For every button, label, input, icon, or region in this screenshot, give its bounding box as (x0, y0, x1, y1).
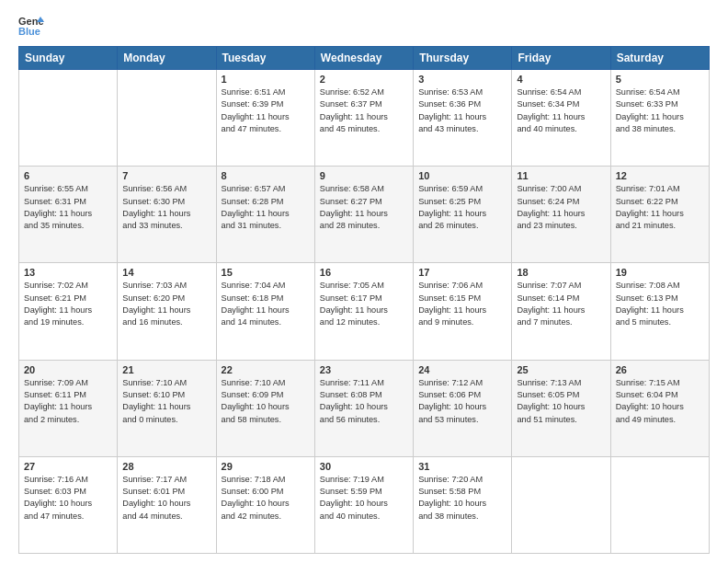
day-number: 25 (517, 364, 605, 375)
day-info: Sunrise: 7:02 AM Sunset: 6:21 PM Dayligh… (24, 280, 112, 328)
day-info: Sunrise: 7:09 AM Sunset: 6:11 PM Dayligh… (24, 377, 112, 426)
calendar-cell: 22Sunrise: 7:10 AM Sunset: 6:09 PM Dayli… (216, 360, 314, 456)
calendar-cell: 5Sunrise: 6:54 AM Sunset: 6:33 PM Daylig… (610, 70, 709, 167)
calendar-week-row: 20Sunrise: 7:09 AM Sunset: 6:11 PM Dayli… (19, 360, 710, 456)
day-number: 16 (320, 267, 408, 278)
day-info: Sunrise: 7:18 AM Sunset: 6:00 PM Dayligh… (222, 474, 310, 523)
day-number: 27 (24, 461, 112, 472)
day-info: Sunrise: 6:51 AM Sunset: 6:39 PM Dayligh… (222, 86, 310, 135)
weekday-header: Thursday (414, 47, 512, 70)
logo: General Blue (18, 15, 44, 37)
calendar-cell: 4Sunrise: 6:54 AM Sunset: 6:34 PM Daylig… (512, 70, 610, 167)
day-number: 24 (418, 364, 506, 375)
calendar-cell: 11Sunrise: 7:00 AM Sunset: 6:24 PM Dayli… (512, 167, 610, 263)
calendar-cell: 25Sunrise: 7:13 AM Sunset: 6:05 PM Dayli… (512, 360, 610, 456)
page: General Blue SundayMondayTuesdayWednesda… (0, 0, 728, 563)
calendar-cell: 15Sunrise: 7:04 AM Sunset: 6:18 PM Dayli… (216, 263, 314, 360)
calendar-cell: 14Sunrise: 7:03 AM Sunset: 6:20 PM Dayli… (118, 263, 216, 360)
weekday-header: Saturday (610, 47, 709, 70)
calendar-cell: 18Sunrise: 7:07 AM Sunset: 6:14 PM Dayli… (512, 263, 610, 360)
day-number: 30 (320, 461, 408, 472)
day-number: 29 (222, 461, 310, 472)
day-info: Sunrise: 6:54 AM Sunset: 6:34 PM Dayligh… (517, 86, 605, 135)
day-info: Sunrise: 7:00 AM Sunset: 6:24 PM Dayligh… (517, 183, 605, 232)
day-info: Sunrise: 6:59 AM Sunset: 6:25 PM Dayligh… (418, 183, 506, 232)
day-info: Sunrise: 7:08 AM Sunset: 6:13 PM Dayligh… (616, 280, 704, 328)
day-number: 19 (616, 267, 704, 278)
svg-text:Blue: Blue (18, 26, 40, 37)
calendar-cell: 27Sunrise: 7:16 AM Sunset: 6:03 PM Dayli… (19, 456, 118, 553)
day-number: 10 (418, 170, 506, 181)
weekday-header: Sunday (19, 47, 118, 70)
calendar-cell: 6Sunrise: 6:55 AM Sunset: 6:31 PM Daylig… (19, 167, 118, 263)
calendar-cell: 29Sunrise: 7:18 AM Sunset: 6:00 PM Dayli… (216, 456, 314, 553)
calendar-cell: 3Sunrise: 6:53 AM Sunset: 6:36 PM Daylig… (414, 70, 512, 167)
calendar-week-row: 27Sunrise: 7:16 AM Sunset: 6:03 PM Dayli… (19, 456, 710, 553)
calendar-cell: 7Sunrise: 6:56 AM Sunset: 6:30 PM Daylig… (118, 167, 216, 263)
calendar-cell (19, 70, 118, 167)
day-number: 5 (616, 74, 704, 85)
day-info: Sunrise: 6:53 AM Sunset: 6:36 PM Dayligh… (418, 86, 506, 135)
calendar-cell: 20Sunrise: 7:09 AM Sunset: 6:11 PM Dayli… (19, 360, 118, 456)
calendar-cell: 2Sunrise: 6:52 AM Sunset: 6:37 PM Daylig… (314, 70, 413, 167)
day-number: 6 (24, 170, 112, 181)
day-info: Sunrise: 7:11 AM Sunset: 6:08 PM Dayligh… (320, 377, 408, 426)
header: General Blue (18, 15, 710, 37)
day-info: Sunrise: 7:06 AM Sunset: 6:15 PM Dayligh… (418, 280, 506, 328)
calendar-cell: 10Sunrise: 6:59 AM Sunset: 6:25 PM Dayli… (414, 167, 512, 263)
day-number: 15 (222, 267, 310, 278)
calendar-cell (512, 456, 610, 553)
day-info: Sunrise: 7:12 AM Sunset: 6:06 PM Dayligh… (418, 377, 506, 426)
day-number: 22 (222, 364, 310, 375)
day-info: Sunrise: 7:17 AM Sunset: 6:01 PM Dayligh… (122, 474, 210, 523)
day-number: 18 (517, 267, 605, 278)
calendar-cell: 19Sunrise: 7:08 AM Sunset: 6:13 PM Dayli… (610, 263, 709, 360)
calendar-cell: 26Sunrise: 7:15 AM Sunset: 6:04 PM Dayli… (610, 360, 709, 456)
day-number: 21 (122, 364, 210, 375)
day-info: Sunrise: 6:56 AM Sunset: 6:30 PM Dayligh… (122, 183, 210, 232)
day-number: 7 (122, 170, 210, 181)
calendar-cell: 12Sunrise: 7:01 AM Sunset: 6:22 PM Dayli… (610, 167, 709, 263)
calendar-cell: 16Sunrise: 7:05 AM Sunset: 6:17 PM Dayli… (314, 263, 413, 360)
logo-icon: General Blue (18, 15, 44, 37)
day-info: Sunrise: 7:15 AM Sunset: 6:04 PM Dayligh… (616, 377, 704, 426)
day-number: 1 (222, 74, 310, 85)
weekday-header: Monday (118, 47, 216, 70)
weekday-header: Wednesday (314, 47, 413, 70)
day-number: 23 (320, 364, 408, 375)
day-info: Sunrise: 6:55 AM Sunset: 6:31 PM Dayligh… (24, 183, 112, 232)
calendar-cell (118, 70, 216, 167)
calendar-cell: 9Sunrise: 6:58 AM Sunset: 6:27 PM Daylig… (314, 167, 413, 263)
calendar-cell: 24Sunrise: 7:12 AM Sunset: 6:06 PM Dayli… (414, 360, 512, 456)
calendar-week-row: 6Sunrise: 6:55 AM Sunset: 6:31 PM Daylig… (19, 167, 710, 263)
day-number: 26 (616, 364, 704, 375)
calendar-table: SundayMondayTuesdayWednesdayThursdayFrid… (18, 46, 710, 554)
calendar-week-row: 1Sunrise: 6:51 AM Sunset: 6:39 PM Daylig… (19, 70, 710, 167)
day-number: 28 (122, 461, 210, 472)
weekday-header: Friday (512, 47, 610, 70)
day-number: 8 (222, 170, 310, 181)
calendar-cell: 30Sunrise: 7:19 AM Sunset: 5:59 PM Dayli… (314, 456, 413, 553)
calendar-cell (610, 456, 709, 553)
day-number: 31 (418, 461, 506, 472)
day-info: Sunrise: 7:16 AM Sunset: 6:03 PM Dayligh… (24, 474, 112, 523)
calendar-cell: 31Sunrise: 7:20 AM Sunset: 5:58 PM Dayli… (414, 456, 512, 553)
calendar-cell: 28Sunrise: 7:17 AM Sunset: 6:01 PM Dayli… (118, 456, 216, 553)
weekday-header: Tuesday (216, 47, 314, 70)
day-number: 11 (517, 170, 605, 181)
calendar-week-row: 13Sunrise: 7:02 AM Sunset: 6:21 PM Dayli… (19, 263, 710, 360)
day-number: 14 (122, 267, 210, 278)
day-info: Sunrise: 6:54 AM Sunset: 6:33 PM Dayligh… (616, 86, 704, 135)
day-number: 20 (24, 364, 112, 375)
day-number: 13 (24, 267, 112, 278)
day-info: Sunrise: 7:04 AM Sunset: 6:18 PM Dayligh… (222, 280, 310, 328)
day-info: Sunrise: 6:58 AM Sunset: 6:27 PM Dayligh… (320, 183, 408, 232)
day-info: Sunrise: 7:07 AM Sunset: 6:14 PM Dayligh… (517, 280, 605, 328)
calendar-cell: 1Sunrise: 6:51 AM Sunset: 6:39 PM Daylig… (216, 70, 314, 167)
day-info: Sunrise: 7:20 AM Sunset: 5:58 PM Dayligh… (418, 474, 506, 523)
day-number: 9 (320, 170, 408, 181)
calendar-cell: 13Sunrise: 7:02 AM Sunset: 6:21 PM Dayli… (19, 263, 118, 360)
calendar-header-row: SundayMondayTuesdayWednesdayThursdayFrid… (19, 47, 710, 70)
day-number: 12 (616, 170, 704, 181)
day-info: Sunrise: 6:52 AM Sunset: 6:37 PM Dayligh… (320, 86, 408, 135)
